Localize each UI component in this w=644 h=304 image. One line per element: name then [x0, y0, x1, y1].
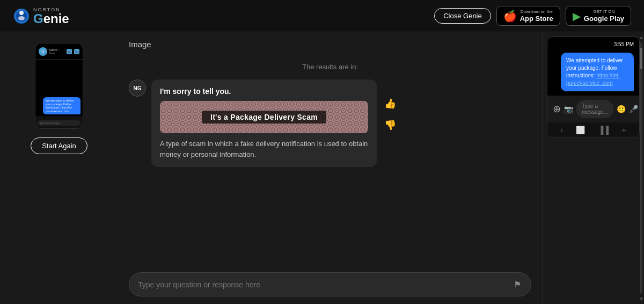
back-nav-icon: ‹ [560, 126, 563, 134]
scam-banner-label: It's a Package Delivery Scam [202, 111, 326, 124]
phone-icon: 📞 [74, 49, 79, 54]
extra-nav-icon: + [622, 126, 626, 134]
feedback-icons: 👍 👎 [382, 96, 398, 133]
close-genie-button[interactable]: Close Genie [434, 8, 491, 24]
phone-large-message-bubble: We attempted to deliver your package. Fo… [561, 53, 634, 91]
message-row: NG I'm sorry to tell you. It's a Package… [129, 79, 531, 167]
header-right: Close Genie 🍎 Download on the App Store … [434, 6, 631, 26]
googleplay-main-label: Google Play [584, 15, 624, 23]
phone-large-body: 3:55 PM We attempted to deliver your pac… [547, 37, 639, 96]
phone-contact-avatar: G [39, 47, 47, 56]
phone-preview-bubble: We attempted to deliver your package. Fo… [43, 97, 80, 114]
logo-area: norton Genie [13, 7, 69, 25]
chat-input[interactable] [138, 280, 508, 289]
phone-contact-info: GOO... Now [49, 48, 60, 55]
image-section-label: Image [118, 32, 542, 53]
thumbs-down-button[interactable]: 👎 [382, 117, 398, 133]
phone-large-time: 3:55 PM [553, 41, 634, 47]
phone-large-input-field: Type a message... [576, 100, 613, 118]
phone-input-preview: Type a message... [38, 120, 80, 126]
camera-icon: 📷 [564, 105, 573, 113]
scroll-track [640, 42, 642, 294]
svg-point-2 [19, 11, 24, 15]
thumbs-up-icon: 👍 [384, 98, 396, 109]
right-panel: 3:55 PM We attempted to deliver your pac… [542, 32, 644, 304]
phone-input-placeholder-text: Type a message... [40, 121, 62, 125]
emoji-icon: 🙂 [617, 105, 626, 113]
phone-large-screen: 3:55 PM We attempted to deliver your pac… [547, 37, 640, 138]
scam-description: A type of scam in which a fake delivery … [160, 139, 368, 160]
phone-messages-area: We attempted to deliver your package. Fo… [35, 60, 83, 117]
scroll-thumb [640, 48, 642, 69]
ng-avatar: NG [129, 79, 146, 97]
chat-messages: The results are in: NG I'm sorry to tell… [118, 53, 542, 267]
phone-large-preview: 3:55 PM We attempted to deliver your pac… [543, 32, 644, 142]
sidebar: G GOO... Now 📹 📞 We attempted to deliver… [0, 32, 118, 304]
recents-nav-icon: ▐▐ [598, 126, 609, 134]
thumbs-down-icon: 👎 [384, 120, 396, 131]
phone-top-bar: G GOO... Now 📹 📞 [35, 44, 83, 60]
start-again-button[interactable]: Start Again [31, 137, 87, 154]
appstore-main-label: App Store [520, 15, 553, 23]
svg-point-3 [18, 16, 25, 20]
send-button[interactable]: ⚑ [513, 278, 522, 291]
phone-large-input-area: ⊕ 📷 Type a message... 🙂 🎤 [547, 96, 639, 122]
phone-thumbnail: G GOO... Now 📹 📞 We attempted to deliver… [35, 43, 83, 129]
phone-large-nav: ‹ ⬜ ▐▐ + [547, 122, 639, 137]
results-label: The results are in: [129, 63, 531, 71]
sorry-text: I'm sorry to tell you. [160, 87, 368, 96]
phone-action-icons: 📹 📞 [67, 49, 79, 54]
message-bubble: I'm sorry to tell you. It's a Package De… [151, 79, 377, 167]
thumbs-up-button[interactable]: 👍 [382, 96, 398, 112]
scam-banner: It's a Package Delivery Scam [160, 101, 368, 133]
chat-area: Image The results are in: NG I'm sorry t… [118, 32, 542, 304]
google-play-button[interactable]: ▶ GET IT ON Google Play [566, 6, 631, 26]
genie-label: Genie [33, 12, 69, 25]
phone-contact-sub: Now [49, 52, 60, 55]
input-wrapper: ⚑ [129, 272, 531, 296]
googleplay-top-label: GET IT ON [584, 9, 624, 15]
play-store-icon: ▶ [573, 10, 581, 23]
appstore-top-label: Download on the [520, 9, 553, 15]
main-layout: G GOO... Now 📹 📞 We attempted to deliver… [0, 32, 644, 304]
plus-icon: ⊕ [553, 103, 561, 115]
genie-enie: enie [43, 11, 69, 26]
mic-icon: 🎤 [629, 105, 638, 113]
apple-icon: 🍎 [503, 10, 517, 23]
input-bar: ⚑ [118, 267, 542, 304]
scroll-down-arrow[interactable]: ▼ [639, 294, 644, 304]
right-scrollbar: ▲ ▼ [640, 32, 643, 304]
scroll-up-arrow[interactable]: ▲ [639, 32, 644, 42]
genie-g: G [33, 11, 43, 26]
norton-genie-logo-icon [13, 8, 30, 25]
header: norton Genie Close Genie 🍎 Download on t… [0, 0, 644, 32]
app-store-button[interactable]: 🍎 Download on the App Store [496, 6, 560, 26]
video-icon: 📹 [67, 49, 72, 54]
send-icon: ⚑ [514, 280, 521, 289]
phone-bottom-bar: Type a message... [35, 117, 83, 128]
home-nav-icon: ⬜ [576, 126, 585, 134]
